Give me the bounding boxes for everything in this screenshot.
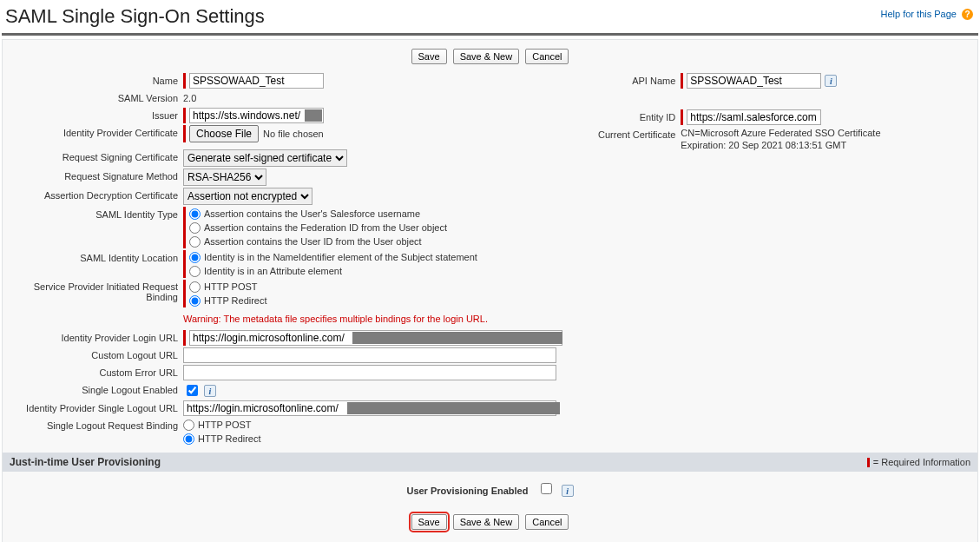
current-cert-exp: Expiration: 20 Sep 2021 08:13:51 GMT — [681, 139, 977, 151]
user-prov-label: User Provisioning Enabled — [406, 486, 528, 496]
required-legend: = Required Information — [867, 457, 970, 468]
req-sign-cert-label: Request Signing Certificate — [3, 149, 183, 165]
saml-identity-type-label: SAML Identity Type — [3, 207, 183, 222]
idtype-radio-2[interactable] — [189, 236, 201, 248]
custom-logout-input[interactable] — [183, 347, 556, 363]
current-cert-label: Current Certificate — [568, 127, 681, 142]
slo-binding-label: Single Logout Request Binding — [3, 418, 183, 433]
cancel-button[interactable]: Cancel — [525, 49, 569, 64]
issuer-input[interactable] — [189, 108, 324, 123]
custom-error-input[interactable] — [183, 365, 556, 380]
assert-dec-label: Assertion Decryption Certificate — [3, 188, 183, 203]
idtype-radio-1[interactable] — [189, 222, 201, 234]
single-logout-enabled-checkbox[interactable] — [187, 385, 198, 396]
info-icon[interactable]: i — [825, 75, 837, 87]
binding-warning: Warning: The metadata file specifies mul… — [183, 311, 488, 327]
req-sign-cert-select[interactable]: Generate self-signed certificate — [183, 149, 347, 167]
cancel-button[interactable]: Cancel — [525, 514, 569, 530]
idp-cert-label: Identity Provider Certificate — [3, 125, 183, 141]
idp-slo-url-label: Identity Provider Single Logout URL — [3, 400, 183, 416]
assert-dec-select[interactable]: Assertion not encrypted — [183, 188, 312, 205]
jit-section-bar: Just-in-time User Provisioning = Require… — [3, 453, 977, 472]
idloc-radio-1[interactable] — [189, 266, 201, 277]
spbind-radio-0[interactable] — [189, 281, 201, 293]
save-button[interactable]: Save — [411, 514, 447, 530]
button-row-bottom: Save Save & New Cancel — [3, 506, 977, 537]
name-label: Name — [3, 73, 183, 89]
no-file-text: No file chosen — [263, 126, 324, 142]
save-new-button[interactable]: Save & New — [453, 49, 520, 64]
page-title-text: SAML Single Sign-On Settings — [5, 5, 265, 27]
spbind-radio-1[interactable] — [189, 295, 201, 307]
choose-file-button[interactable]: Choose File — [189, 125, 259, 142]
user-prov-checkbox[interactable] — [541, 483, 552, 494]
name-input[interactable] — [189, 73, 324, 89]
entity-id-input[interactable] — [687, 109, 821, 125]
jit-section-title: Just-in-time User Provisioning — [10, 456, 161, 468]
slobind-radio-1[interactable] — [183, 433, 194, 445]
current-cert-cn: CN=Microsoft Azure Federated SSO Certifi… — [681, 127, 977, 139]
req-sig-method-select[interactable]: RSA-SHA256 — [183, 169, 266, 186]
sp-binding-label: Service Provider Initiated Request Bindi… — [3, 280, 183, 302]
entity-id-label: Entity ID — [568, 109, 681, 125]
api-name-input[interactable] — [687, 73, 821, 89]
req-sig-method-label: Request Signature Method — [3, 169, 183, 184]
info-icon[interactable]: i — [562, 485, 574, 497]
help-icon: ? — [962, 9, 973, 20]
custom-error-label: Custom Error URL — [3, 365, 183, 380]
info-icon[interactable]: i — [204, 385, 216, 397]
save-button[interactable]: Save — [411, 49, 447, 64]
help-link[interactable]: Help for this Page ? — [881, 9, 974, 20]
page-title: SAML Single Sign-On Settings Help for th… — [2, 2, 978, 36]
saml-version-label: SAML Version — [3, 90, 183, 106]
save-new-button[interactable]: Save & New — [453, 514, 520, 530]
idloc-radio-0[interactable] — [189, 252, 201, 263]
saml-version-value: 2.0 — [183, 90, 568, 106]
form-wrapper: Save Save & New Cancel Name SAML Version… — [2, 39, 978, 542]
single-logout-enabled-label: Single Logout Enabled — [3, 382, 183, 398]
issuer-label: Issuer — [3, 108, 183, 123]
help-link-label: Help for this Page — [881, 9, 957, 19]
idtype-radio-0[interactable] — [189, 208, 201, 220]
slobind-radio-0[interactable] — [183, 420, 194, 431]
button-row-top: Save Save & New Cancel — [3, 40, 977, 71]
idp-login-url-label: Identity Provider Login URL — [3, 330, 183, 346]
api-name-label: API Name — [568, 73, 681, 89]
custom-logout-label: Custom Logout URL — [3, 347, 183, 363]
saml-identity-loc-label: SAML Identity Location — [3, 250, 183, 266]
jit-row: User Provisioning Enabled i — [3, 472, 977, 506]
